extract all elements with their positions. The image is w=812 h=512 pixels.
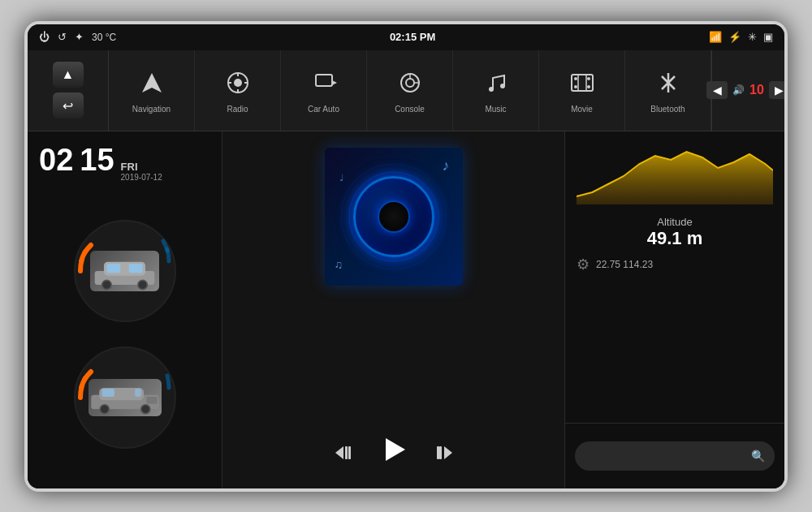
current-time: 02:15 PM: [390, 31, 435, 43]
status-right: 📶 ⚡ ✳ ▣: [709, 31, 773, 43]
svg-rect-41: [345, 446, 348, 459]
nav-item-car-auto[interactable]: Car Auto: [281, 50, 367, 131]
time-mins: 15: [80, 143, 114, 178]
status-bar: ⏻ ↺ ✦ 30 °C 02:15 PM 📶 ⚡ ✳ ▣: [28, 24, 784, 50]
svg-rect-15: [572, 75, 593, 91]
status-left: ⏻ ↺ ✦ 30 °C: [39, 31, 116, 43]
nav-items: Navigation Radio: [109, 50, 711, 131]
refresh-icon[interactable]: ↺: [58, 31, 67, 43]
svg-point-2: [234, 79, 242, 87]
nav-item-music[interactable]: Music: [453, 50, 539, 131]
svg-point-28: [138, 280, 147, 289]
time-hours: 02: [39, 143, 73, 178]
altitude-value: 49.1 m: [577, 228, 773, 249]
nav-volume: ◀ 🔊 10 ▶: [711, 50, 784, 131]
svg-marker-44: [444, 446, 452, 459]
svg-marker-40: [335, 446, 343, 459]
svg-point-34: [100, 404, 109, 413]
nav-item-bluetooth[interactable]: Bluetooth: [625, 50, 711, 131]
vol-up-button[interactable]: ▶: [769, 81, 788, 99]
svg-marker-8: [332, 80, 337, 85]
time-display-top: 02:15 PM: [390, 31, 435, 43]
svg-rect-36: [146, 396, 157, 403]
altitude-section: Altitude 49.1 m ⚙ 22.75 114.23: [565, 131, 784, 424]
center-panel: ♪ ♫ ♩: [222, 131, 565, 488]
search-section: 🔍: [565, 424, 784, 488]
time-day: FRI: [121, 161, 162, 173]
nav-item-navigation[interactable]: Navigation: [109, 50, 195, 131]
music-note-1: ♪: [443, 157, 450, 174]
navigation-label: Navigation: [132, 105, 171, 114]
altitude-info: Altitude 49.1 m: [577, 216, 773, 249]
movie-icon: [569, 70, 595, 100]
coords-settings-icon[interactable]: ⚙: [577, 256, 590, 273]
car-auto-label: Car Auto: [308, 105, 339, 114]
svg-marker-43: [386, 438, 405, 461]
screen-icon: ▣: [763, 31, 773, 43]
usb-icon: ⚡: [728, 31, 741, 43]
svg-point-16: [574, 77, 577, 80]
nav-item-radio[interactable]: Radio: [195, 50, 281, 131]
search-box[interactable]: 🔍: [575, 441, 775, 471]
bluetooth-nav-icon: [655, 70, 681, 100]
coordinates-display: 22.75 114.23: [596, 259, 653, 270]
music-note-2: ♫: [335, 258, 343, 271]
album-art: ♪ ♫ ♩: [325, 148, 463, 286]
nav-item-console[interactable]: Console: [367, 50, 453, 131]
search-icon[interactable]: 🔍: [751, 450, 765, 463]
prev-button[interactable]: [332, 441, 355, 464]
svg-point-35: [140, 404, 149, 413]
wifi-icon: 📶: [709, 31, 722, 43]
main-content: 02 15 FRI 2019-07-12: [28, 131, 784, 488]
console-icon: [397, 70, 423, 100]
search-input[interactable]: [585, 450, 745, 462]
device-frame: ⏻ ↺ ✦ 30 °C 02:15 PM 📶 ⚡ ✳ ▣ ▲ ↩: [24, 21, 788, 492]
nav-item-movie[interactable]: Movie: [539, 50, 625, 131]
svg-rect-46: [437, 446, 439, 459]
movie-label: Movie: [571, 105, 593, 114]
temperature-display: 30 °C: [92, 32, 116, 43]
left-panel: 02 15 FRI 2019-07-12: [28, 131, 222, 488]
player-controls: [332, 433, 456, 472]
car-display: [39, 191, 210, 477]
nav-return-button[interactable]: ↩: [53, 93, 84, 118]
vol-down-button[interactable]: ◀: [706, 81, 728, 99]
svg-point-10: [406, 79, 414, 87]
svg-rect-45: [439, 446, 442, 459]
coords-row: ⚙ 22.75 114.23: [577, 256, 773, 273]
car-gauge-2: [68, 341, 182, 454]
svg-rect-7: [316, 75, 332, 86]
right-panel: Altitude 49.1 m ⚙ 22.75 114.23 🔍: [565, 131, 784, 488]
next-button[interactable]: [433, 441, 456, 464]
altitude-label: Altitude: [577, 216, 773, 228]
altitude-chart: [577, 140, 773, 204]
navigation-icon: [139, 70, 165, 100]
play-button[interactable]: [378, 433, 410, 472]
time-date: 2019-07-12: [121, 173, 162, 182]
music-icon: [483, 70, 509, 100]
volume-number: 10: [749, 83, 764, 97]
nav-bar: ▲ ↩ Navigation: [28, 50, 784, 131]
svg-point-17: [574, 85, 577, 88]
svg-point-19: [587, 85, 590, 88]
brightness-icon[interactable]: ✦: [75, 31, 84, 43]
svg-marker-0: [142, 73, 162, 93]
radio-label: Radio: [227, 105, 248, 114]
svg-rect-32: [102, 389, 114, 397]
time-display-main: 02 15 FRI 2019-07-12: [39, 143, 210, 182]
power-icon[interactable]: ⏻: [39, 31, 50, 43]
speaker-inner: [378, 200, 410, 233]
car-gauge-1: [68, 214, 182, 328]
svg-point-18: [587, 77, 590, 80]
speaker-circle: [353, 176, 434, 257]
bluetooth-label: Bluetooth: [650, 105, 685, 114]
svg-point-27: [102, 280, 111, 289]
radio-icon: [225, 70, 251, 100]
console-label: Console: [395, 105, 425, 114]
nav-back-group: ▲ ↩: [28, 50, 109, 131]
nav-up-button[interactable]: ▲: [53, 62, 84, 88]
svg-rect-26: [129, 263, 143, 272]
car-auto-icon: [311, 70, 337, 100]
time-info: FRI 2019-07-12: [121, 161, 162, 182]
bluetooth-status-icon: ✳: [748, 31, 757, 43]
